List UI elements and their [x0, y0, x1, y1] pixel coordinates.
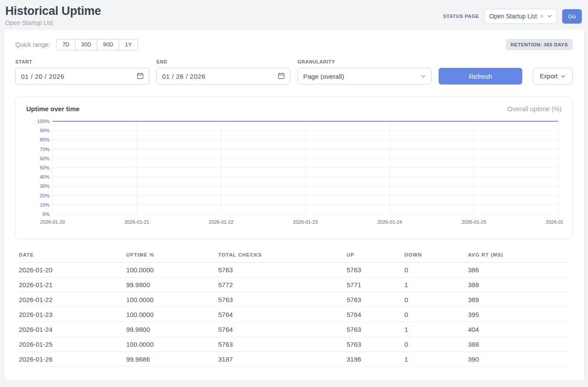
table-row: 2026-01-2499.9800576457631404 — [19, 322, 569, 337]
granularity-label: GRANULARITY — [298, 59, 432, 64]
end-date-label: END — [156, 59, 290, 64]
svg-text:100%: 100% — [37, 119, 50, 124]
table-cell: 2026-01-26 — [19, 352, 126, 367]
chart-card: Uptime over time Overall uptime (%) 0%10… — [15, 97, 573, 239]
calendar-icon[interactable] — [278, 72, 285, 81]
table-cell: 5763 — [347, 292, 404, 307]
table-cell: 100.0000 — [126, 307, 218, 322]
table-column-header: TOTAL CHECKS — [218, 249, 347, 263]
chevron-down-icon — [421, 74, 426, 78]
table-cell: 2026-01-22 — [19, 292, 126, 307]
quick-range-7d-button[interactable]: 7D — [56, 39, 75, 50]
table-cell: 0 — [404, 307, 468, 322]
clear-selection-icon[interactable]: × — [540, 13, 543, 19]
svg-text:2026-01-20: 2026-01-20 — [40, 219, 65, 225]
table-row: 2026-01-2199.9800577257711388 — [19, 278, 569, 292]
table-cell: 5772 — [218, 278, 347, 292]
table-cell: 2026-01-20 — [19, 263, 126, 278]
go-button[interactable]: Go — [562, 9, 582, 24]
chevron-down-icon — [547, 14, 552, 18]
end-date-input[interactable]: 01 / 26 / 2026 — [156, 68, 290, 84]
table-cell: 3187 — [218, 352, 347, 367]
granularity-selected-value: Page (overall) — [303, 73, 344, 80]
table-cell: 5763 — [347, 263, 404, 278]
table-column-header: DOWN — [404, 249, 468, 263]
quick-range-1y-button[interactable]: 1Y — [119, 39, 138, 50]
table-cell: 1 — [404, 278, 468, 292]
table-cell: 5764 — [218, 322, 347, 337]
table-cell: 5764 — [347, 307, 404, 322]
table-cell: 99.9686 — [126, 352, 218, 367]
uptime-table-wrap: DATEUPTIME %TOTAL CHECKSUPDOWNAVG RT (MS… — [15, 249, 573, 367]
table-row: 2026-01-2699.9686318731861390 — [19, 352, 569, 367]
table-cell: 390 — [468, 352, 569, 367]
table-cell: 5763 — [347, 322, 404, 337]
status-page-label: STATUS PAGE — [443, 14, 479, 19]
table-cell: 99.9800 — [126, 322, 218, 337]
table-cell: 3186 — [347, 352, 404, 367]
table-cell: 2026-01-21 — [19, 278, 126, 292]
page-title: Historical Uptime — [5, 4, 101, 18]
quick-range-group: 7D30D90D1Y — [56, 39, 138, 50]
page-subtitle: Open Startup List — [5, 19, 101, 26]
table-cell: 1 — [404, 322, 468, 337]
table-cell: 99.9800 — [126, 278, 218, 292]
svg-text:50%: 50% — [40, 165, 50, 170]
table-cell: 100.0000 — [126, 292, 218, 307]
table-cell: 2026-01-23 — [19, 307, 126, 322]
svg-text:2026-01-23: 2026-01-23 — [293, 219, 318, 225]
table-header-row: DATEUPTIME %TOTAL CHECKSUPDOWNAVG RT (MS… — [19, 249, 569, 263]
svg-text:60%: 60% — [40, 156, 50, 161]
svg-text:2026-01-25: 2026-01-25 — [462, 219, 486, 225]
status-page-selected-value: Open Startup List — [489, 13, 537, 20]
status-page-select[interactable]: Open Startup List × — [485, 9, 557, 24]
calendar-icon[interactable] — [137, 72, 144, 81]
table-cell: 388 — [468, 278, 569, 292]
start-date-input[interactable]: 01 / 20 / 2026 — [15, 68, 149, 84]
table-body: 2026-01-20100.00005763576303862026-01-21… — [19, 263, 569, 367]
table-row: 2026-01-23100.0000576457640395 — [19, 307, 569, 322]
export-button[interactable]: Export — [533, 68, 573, 84]
table-row: 2026-01-25100.0000576357630388 — [19, 337, 569, 352]
svg-text:20%: 20% — [40, 193, 50, 198]
quick-range-label: Quick range: — [15, 41, 50, 48]
svg-text:2026-01-22: 2026-01-22 — [209, 219, 234, 225]
chart-header: Uptime over time Overall uptime (%) — [25, 104, 563, 118]
table-cell: 388 — [468, 337, 569, 352]
svg-text:80%: 80% — [40, 137, 50, 142]
start-date-label: START — [15, 59, 149, 64]
granularity-select[interactable]: Page (overall) — [298, 68, 432, 84]
header-titles: Historical Uptime Open Startup List — [5, 4, 101, 26]
export-button-label: Export — [540, 73, 557, 80]
table-cell: 100.0000 — [126, 263, 218, 278]
quick-range-90d-button[interactable]: 90D — [97, 39, 119, 50]
svg-text:0%: 0% — [43, 211, 50, 217]
table-column-header: UP — [347, 249, 404, 263]
table-cell: 5763 — [218, 337, 347, 352]
retention-badge: RETENTION: 365 DAYS — [506, 39, 573, 50]
start-date-value: 01 / 20 / 2026 — [21, 73, 64, 80]
filter-form-row: START 01 / 20 / 2026 END 01 / 26 / 2026 … — [15, 59, 573, 84]
table-cell: 386 — [468, 263, 569, 278]
table-cell: 100.0000 — [126, 337, 218, 352]
table-cell: 5771 — [347, 278, 404, 292]
end-date-value: 01 / 26 / 2026 — [162, 73, 205, 80]
table-cell: 1 — [404, 352, 468, 367]
table-cell: 395 — [468, 307, 569, 322]
uptime-chart: 0%10%20%30%40%50%60%70%80%90%100%2026-01… — [25, 118, 563, 233]
refresh-button[interactable]: Refresh — [439, 68, 522, 84]
table-cell: 0 — [404, 263, 468, 278]
quick-range-30d-button[interactable]: 30D — [75, 39, 97, 50]
chart-legend: Overall uptime (%) — [507, 105, 562, 113]
svg-text:70%: 70% — [40, 147, 50, 152]
table-cell: 0 — [404, 337, 468, 352]
svg-text:10%: 10% — [40, 202, 50, 208]
table-cell: 2026-01-24 — [19, 322, 126, 337]
chevron-down-icon — [561, 75, 566, 78]
table-cell: 5763 — [218, 263, 347, 278]
chart-title: Uptime over time — [26, 105, 80, 113]
svg-text:30%: 30% — [40, 183, 50, 189]
main-panel: Quick range: 7D30D90D1Y RETENTION: 365 D… — [4, 29, 584, 381]
table-cell: 5763 — [218, 292, 347, 307]
svg-text:2026-01-24: 2026-01-24 — [377, 219, 402, 225]
